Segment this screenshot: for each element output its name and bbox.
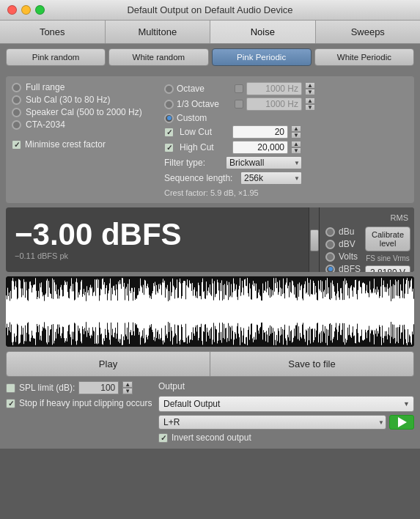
- filter-type-select[interactable]: Brickwall: [226, 156, 302, 169]
- radio-cta[interactable]: [12, 120, 21, 130]
- radio-dbv[interactable]: [325, 240, 335, 249]
- fs-sine-label: FS sine Vrms: [366, 254, 410, 262]
- label-stop-clipping: Stop if heavy input clipping occurs: [19, 398, 152, 408]
- unit-dbv[interactable]: dBV: [325, 239, 361, 249]
- option-sub-cal[interactable]: Sub Cal (30 to 80 Hz): [12, 95, 158, 105]
- close-button[interactable]: [7, 5, 17, 15]
- fs-sine-value: 2.8180 V: [365, 265, 410, 272]
- level-peak: −0.11 dBFS pk: [15, 251, 68, 260]
- option-full-range[interactable]: Full range: [12, 82, 158, 92]
- calibrate-button[interactable]: Calibrate level: [365, 227, 410, 251]
- low-cut-down[interactable]: ▼: [291, 132, 301, 139]
- checkbox-minimise-crest[interactable]: [12, 140, 21, 150]
- high-cut-down[interactable]: ▼: [291, 147, 301, 154]
- spl-stepper[interactable]: ▲ ▼: [122, 381, 133, 394]
- radio-dbfs[interactable]: [325, 265, 335, 273]
- checkbox-spl[interactable]: [6, 383, 15, 393]
- output-device-wrapper: [158, 396, 414, 412]
- sub-tab-bar: Pink random White random Pink Periodic W…: [0, 44, 420, 70]
- label-custom: Custom: [177, 113, 207, 123]
- rms-label: RMS: [325, 213, 408, 222]
- spl-limit-label: SPL limit (dB):: [19, 383, 75, 393]
- minimize-button[interactable]: [21, 5, 31, 15]
- option-speaker-cal[interactable]: Speaker Cal (500 to 2000 Hz): [12, 107, 158, 117]
- checkbox-invert[interactable]: [158, 433, 168, 443]
- tab-sweeps[interactable]: Sweeps: [316, 21, 421, 43]
- octave-stepper[interactable]: ▲ ▼: [305, 82, 315, 95]
- spl-row: SPL limit (dB): ▲ ▼: [6, 381, 152, 394]
- checkbox-stop-clipping[interactable]: [6, 399, 15, 408]
- label-high-cut: High Cut: [180, 142, 229, 152]
- octave-up[interactable]: ▲: [305, 82, 315, 89]
- play-icon-button[interactable]: [389, 415, 414, 430]
- radio-octave[interactable]: [164, 84, 174, 94]
- label-volts: Volts: [339, 251, 358, 262]
- third-octave-check[interactable]: [235, 100, 243, 108]
- third-octave-stepper[interactable]: ▲ ▼: [305, 97, 315, 111]
- radio-full-range[interactable]: [12, 83, 21, 92]
- level-scrollbar-thumb[interactable]: [310, 229, 319, 251]
- subtab-pink-periodic[interactable]: Pink Periodic: [212, 48, 312, 66]
- subtab-white-random[interactable]: White random: [108, 48, 208, 66]
- radio-speaker-cal[interactable]: [12, 108, 21, 117]
- play-button[interactable]: Play: [6, 351, 210, 377]
- high-cut-input[interactable]: [232, 141, 288, 154]
- minimise-crest-item[interactable]: Minimise crest factor: [12, 139, 158, 150]
- label-dbv: dBV: [339, 239, 355, 249]
- radio-third-octave[interactable]: [164, 100, 174, 109]
- level-scrollbar[interactable]: [309, 207, 319, 272]
- maximize-button[interactable]: [35, 5, 45, 15]
- checkbox-high-cut[interactable]: [164, 143, 174, 152]
- channel-row: L+R: [158, 415, 414, 430]
- unit-volts[interactable]: Volts: [325, 251, 361, 262]
- level-panel: −3.00 dBFS −0.11 dBFS pk RMS dBu dBV: [6, 207, 414, 272]
- unit-dbfs[interactable]: dBFS: [325, 264, 361, 272]
- subtab-white-periodic[interactable]: White Periodic: [314, 48, 414, 66]
- tab-noise[interactable]: Noise: [210, 21, 316, 43]
- spl-up[interactable]: ▲: [122, 381, 133, 388]
- third-octave-up[interactable]: ▲: [305, 97, 315, 104]
- waveform-panel: [6, 276, 414, 347]
- low-cut-input[interactable]: [232, 125, 288, 139]
- label-third-octave: 1/3 Octave: [177, 99, 232, 109]
- spl-input[interactable]: [78, 381, 119, 394]
- subtab-pink-random[interactable]: Pink random: [6, 48, 106, 66]
- octave-check[interactable]: [235, 84, 243, 93]
- save-button[interactable]: Save to file: [210, 351, 414, 377]
- option-cta[interactable]: CTA-2034: [12, 119, 158, 130]
- crest-info: Crest factor: 5.9 dB, ×1.95: [164, 187, 408, 197]
- octave-input[interactable]: [246, 82, 302, 95]
- options-left: Full range Sub Cal (30 to 80 Hz) Speaker…: [12, 82, 158, 197]
- label-octave: Octave: [177, 84, 232, 94]
- low-cut-stepper[interactable]: ▲ ▼: [291, 125, 301, 139]
- label-speaker-cal: Speaker Cal (500 to 2000 Hz): [26, 107, 142, 117]
- stop-clipping-item[interactable]: Stop if heavy input clipping occurs: [6, 398, 152, 408]
- radio-volts[interactable]: [325, 252, 335, 262]
- high-cut-up[interactable]: ▲: [291, 141, 301, 147]
- checkbox-low-cut[interactable]: [164, 128, 174, 137]
- label-low-cut: Low Cut: [180, 127, 229, 137]
- unit-dbu[interactable]: dBu: [325, 227, 361, 237]
- low-cut-up[interactable]: ▲: [291, 125, 301, 132]
- content-area: Full range Sub Cal (30 to 80 Hz) Speaker…: [0, 70, 420, 449]
- radio-sub-cal[interactable]: [12, 95, 21, 105]
- level-right: RMS dBu dBV Volts: [319, 207, 414, 272]
- octave-down[interactable]: ▼: [305, 89, 315, 95]
- output-right: Output L+R Invert second output: [158, 381, 414, 443]
- seq-length-select[interactable]: 256k: [240, 172, 302, 185]
- filter-type-row: Filter type: Brickwall: [164, 156, 408, 169]
- radio-dbu[interactable]: [325, 227, 335, 237]
- third-octave-input[interactable]: [246, 97, 302, 111]
- third-octave-down[interactable]: ▼: [305, 104, 315, 111]
- tab-multitone[interactable]: Multitone: [106, 21, 211, 43]
- high-cut-stepper[interactable]: ▲ ▼: [291, 141, 301, 154]
- output-device-input[interactable]: [158, 396, 414, 412]
- spl-down[interactable]: ▼: [122, 388, 133, 394]
- channel-select[interactable]: L+R: [158, 415, 386, 430]
- level-value: −3.00 dBFS: [15, 219, 182, 250]
- third-octave-row: 1/3 Octave ▲ ▼: [164, 97, 408, 111]
- label-dbfs: dBFS: [339, 264, 361, 272]
- label-cta: CTA-2034: [26, 119, 65, 130]
- radio-custom[interactable]: [164, 114, 174, 123]
- tab-tones[interactable]: Tones: [0, 21, 106, 43]
